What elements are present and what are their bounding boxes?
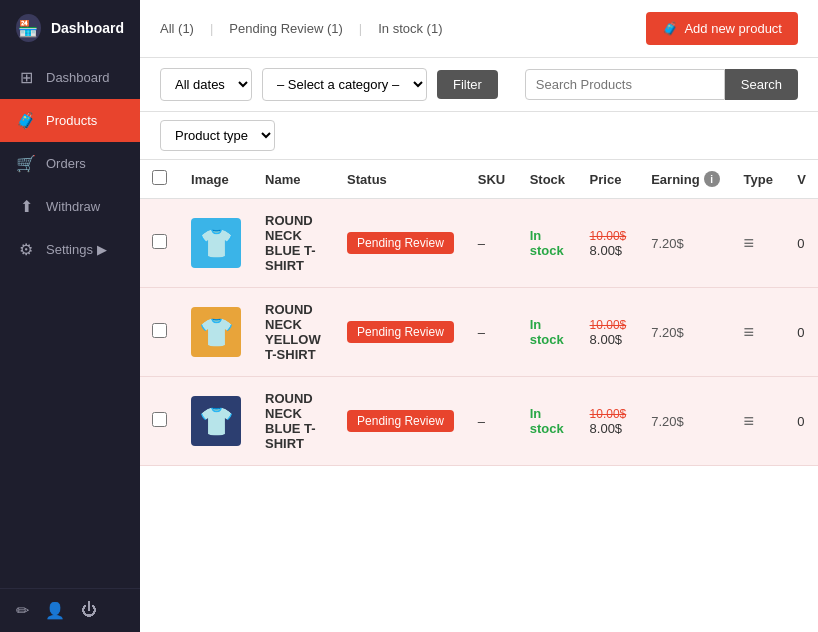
tabs-container: All (1) | Pending Review (1) | In stock … — [160, 19, 634, 38]
orders-icon: 🛒 — [16, 154, 36, 173]
filter-button[interactable]: Filter — [437, 70, 498, 99]
products-table-container: Image Name Status SKU Stock Price Earnin… — [140, 160, 818, 632]
sidebar-logo-label: Dashboard — [51, 20, 124, 36]
row-v-cell: 0 — [785, 377, 818, 466]
table-header-row: Image Name Status SKU Stock Price Earnin… — [140, 160, 818, 199]
sidebar-item-label: Orders — [46, 156, 86, 171]
th-v: V — [785, 160, 818, 199]
category-filter-select[interactable]: – Select a category – — [262, 68, 427, 101]
v-value: 0 — [797, 236, 804, 251]
product-image: 👕 — [191, 396, 241, 446]
type-menu-icon[interactable]: ≡ — [744, 322, 755, 342]
select-all-checkbox[interactable] — [152, 170, 167, 185]
price-sale: 8.00$ — [590, 243, 628, 258]
th-sku: SKU — [466, 160, 518, 199]
v-value: 0 — [797, 325, 804, 340]
date-filter-select[interactable]: All dates — [160, 68, 252, 101]
price-original: 10.00$ — [590, 229, 628, 243]
product-type-select[interactable]: Product type — [160, 120, 275, 151]
row-checkbox-cell — [140, 288, 179, 377]
sidebar-item-products[interactable]: 🧳 Products — [0, 99, 140, 142]
product-name: ROUND NECK BLUE T-SHIRT — [265, 391, 323, 451]
row-type-cell: ≡ — [732, 288, 786, 377]
tab-all[interactable]: All (1) — [160, 19, 194, 38]
row-status-cell: Pending Review — [335, 377, 466, 466]
row-checkbox[interactable] — [152, 412, 167, 427]
row-name-cell: ROUND NECK BLUE T-SHIRT — [253, 199, 335, 288]
product-image: 👕 — [191, 218, 241, 268]
sidebar-item-dashboard[interactable]: ⊞ Dashboard — [0, 56, 140, 99]
th-checkbox — [140, 160, 179, 199]
sidebar-item-label: Withdraw — [46, 199, 100, 214]
products-table: Image Name Status SKU Stock Price Earnin… — [140, 160, 818, 466]
stock-status: In stock — [530, 317, 564, 347]
user-icon[interactable]: 👤 — [45, 601, 65, 620]
search-group: Search — [525, 69, 798, 100]
tab-in-stock[interactable]: In stock (1) — [378, 19, 442, 38]
earning-value: 7.20$ — [651, 325, 684, 340]
row-type-cell: ≡ — [732, 377, 786, 466]
row-sku-cell: – — [466, 199, 518, 288]
type-menu-icon[interactable]: ≡ — [744, 233, 755, 253]
price-original: 10.00$ — [590, 407, 628, 421]
row-v-cell: 0 — [785, 288, 818, 377]
th-type: Type — [732, 160, 786, 199]
row-price-cell: 10.00$ 8.00$ — [578, 288, 640, 377]
add-new-product-button[interactable]: 🧳 Add new product — [646, 12, 798, 45]
row-checkbox-cell — [140, 199, 179, 288]
row-stock-cell: In stock — [518, 288, 578, 377]
product-sku: – — [478, 414, 485, 429]
briefcase-icon: 🧳 — [662, 21, 678, 36]
th-name: Name — [253, 160, 335, 199]
row-v-cell: 0 — [785, 199, 818, 288]
row-sku-cell: – — [466, 288, 518, 377]
earning-info-icon[interactable]: i — [704, 171, 720, 187]
product-image: 👕 — [191, 307, 241, 357]
sidebar-item-label: Settings ▶ — [46, 242, 107, 257]
sidebar-item-withdraw[interactable]: ⬆ Withdraw — [0, 185, 140, 228]
product-sku: – — [478, 325, 485, 340]
th-price: Price — [578, 160, 640, 199]
status-badge: Pending Review — [347, 410, 454, 432]
logo-icon: 🏪 — [16, 14, 41, 42]
sidebar: 🏪 Dashboard ⊞ Dashboard 🧳 Products 🛒 Ord… — [0, 0, 140, 632]
table-row: 👕 ROUND NECK YELLOW T-SHIRT Pending Revi… — [140, 288, 818, 377]
row-checkbox[interactable] — [152, 323, 167, 338]
sidebar-item-settings[interactable]: ⚙ Settings ▶ — [0, 228, 140, 271]
type-menu-icon[interactable]: ≡ — [744, 411, 755, 431]
earning-value: 7.20$ — [651, 236, 684, 251]
stock-status: In stock — [530, 406, 564, 436]
earning-label: Earning — [651, 172, 699, 187]
add-new-product-label: Add new product — [684, 21, 782, 36]
row-price-cell: 10.00$ 8.00$ — [578, 199, 640, 288]
row-checkbox[interactable] — [152, 234, 167, 249]
row-price-cell: 10.00$ 8.00$ — [578, 377, 640, 466]
th-status: Status — [335, 160, 466, 199]
row-status-cell: Pending Review — [335, 288, 466, 377]
sidebar-item-label: Dashboard — [46, 70, 110, 85]
row-name-cell: ROUND NECK BLUE T-SHIRT — [253, 377, 335, 466]
row-image-cell: 👕 — [179, 377, 253, 466]
power-icon[interactable]: ⏻ — [81, 601, 97, 620]
earning-value: 7.20$ — [651, 414, 684, 429]
filterbar: All dates – Select a category – Filter S… — [140, 58, 818, 112]
row-checkbox-cell — [140, 377, 179, 466]
table-row: 👕 ROUND NECK BLUE T-SHIRT Pending Review… — [140, 199, 818, 288]
search-products-input[interactable] — [525, 69, 725, 100]
search-button[interactable]: Search — [725, 69, 798, 100]
row-status-cell: Pending Review — [335, 199, 466, 288]
th-stock: Stock — [518, 160, 578, 199]
sidebar-item-orders[interactable]: 🛒 Orders — [0, 142, 140, 185]
row-stock-cell: In stock — [518, 199, 578, 288]
main-content: All (1) | Pending Review (1) | In stock … — [140, 0, 818, 632]
tab-pending-review[interactable]: Pending Review (1) — [229, 19, 342, 38]
status-badge: Pending Review — [347, 321, 454, 343]
price-sale: 8.00$ — [590, 332, 628, 347]
price-sale: 8.00$ — [590, 421, 628, 436]
row-name-cell: ROUND NECK YELLOW T-SHIRT — [253, 288, 335, 377]
topbar: All (1) | Pending Review (1) | In stock … — [140, 0, 818, 58]
price-original: 10.00$ — [590, 318, 628, 332]
edit-icon[interactable]: ✏ — [16, 601, 29, 620]
th-earning: Earning i — [639, 160, 731, 199]
settings-icon: ⚙ — [16, 240, 36, 259]
